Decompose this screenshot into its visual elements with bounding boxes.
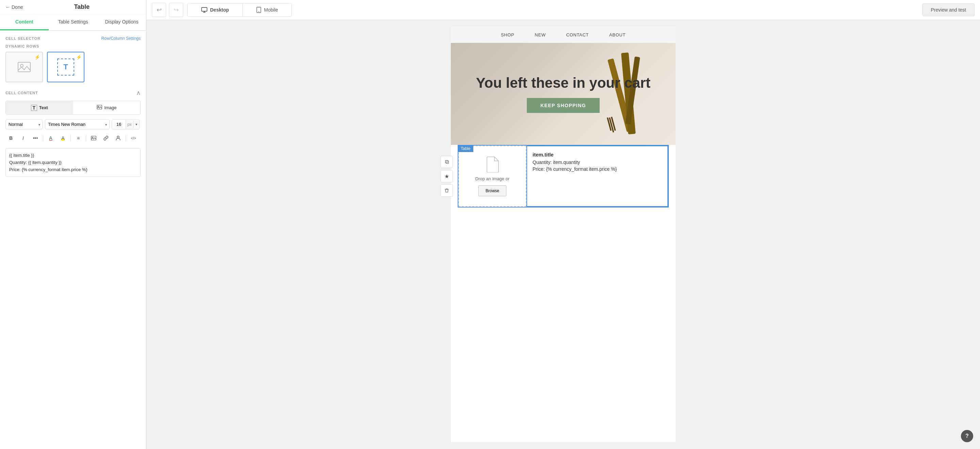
back-label: Done [11,5,23,10]
cell-content-header: CELL CONTENT ∧ [5,89,141,97]
personalization-button[interactable] [113,133,124,144]
font-style-wrapper: Normal [5,119,43,129]
font-family-wrapper: Times New Roman [45,119,110,129]
top-bar: ← Done Table [0,0,146,14]
align-button[interactable]: ≡ [73,133,84,144]
cell-content-label: CELL CONTENT [5,91,38,95]
file-placeholder-icon [485,156,499,173]
nav-item-shop: SHOP [501,32,514,37]
arrow-left-icon: ← [5,5,10,10]
highlight-button[interactable]: A [57,133,68,144]
svg-point-5 [92,137,93,138]
font-size-group: px ▾ [112,119,140,129]
code-view-button[interactable]: </> [128,133,139,144]
format-separator-2 [70,135,71,141]
bold-button[interactable]: B [5,133,16,144]
cell-selector-row: ⚡ ⚡ T [5,52,141,83]
dynamic-rows-label: DYNAMIC ROWS [5,44,141,48]
more-options-button[interactable]: ••• [30,133,41,144]
tabs-row: Content Table Settings Display Options [0,14,146,31]
svg-point-3 [98,106,99,107]
svg-point-6 [117,136,119,138]
cell-qty-template: Quantity: item.quantity [533,160,662,165]
format-toolbar: B I ••• A A ≡ [5,133,141,144]
font-size-input[interactable] [112,120,126,129]
preview-header-left: ↩ ↪ [152,3,183,17]
desktop-icon [201,7,207,13]
drop-text: Drop an image or [476,176,509,182]
lightning-icon-text: ⚡ [76,54,82,60]
nav-item-about: ABOUT [609,32,625,37]
font-toolbar: Normal Times New Roman px ▾ [5,119,141,129]
side-actions: ⧉ ★ [441,156,453,197]
help-button[interactable]: ? [961,430,973,442]
preview-and-test-button[interactable]: Preview and test [923,3,975,16]
svg-point-9 [258,11,259,12]
cell-price-template: Price: {% currency_format item.price %} [533,167,662,172]
delete-button[interactable] [441,184,453,197]
back-button[interactable]: ← Done [5,5,23,10]
svg-point-1 [21,64,23,67]
nav-item-contact: CONTACT [566,32,589,37]
browse-button[interactable]: Browse [479,186,506,196]
image-type-icon [97,105,102,111]
left-panel: ← Done Table Content Table Settings Disp… [0,0,146,449]
insert-image-button[interactable] [88,133,99,144]
font-size-arrow-button[interactable]: ▾ [133,121,139,128]
trash-icon [444,188,449,193]
svg-rect-4 [91,136,96,140]
tab-table-settings[interactable]: Table Settings [49,14,97,30]
cell-title-template: item.title [533,152,662,157]
table-text-cell: item.title Quantity: item.quantity Price… [527,146,668,207]
email-hero: You left these in your cart KEEP SHOPPIN… [451,43,676,145]
mobile-button[interactable]: Mobile [242,3,291,16]
font-style-select[interactable]: Normal [5,119,43,129]
text-color-button[interactable]: A [45,133,56,144]
desktop-button[interactable]: Desktop [188,3,242,16]
format-separator-4 [126,135,126,141]
cell-content-collapse-button[interactable]: ∧ [136,89,141,97]
email-table: Table Drop an image or Browse [458,145,669,208]
table-wrapper: ⧉ ★ Table [458,145,669,208]
table-label: Table [458,145,473,152]
panel-body: CELL SELECTOR Row/Column Settings DYNAMI… [0,31,146,449]
hero-brushes-decoration [587,50,662,145]
svg-rect-0 [18,62,30,72]
text-box-icon: T [57,59,74,76]
copy-button[interactable]: ⧉ [441,156,453,168]
hero-cta-button[interactable]: KEEP SHOPPING [527,98,600,113]
mobile-icon [256,7,261,13]
text-editor[interactable]: {{ item.title }} Quantity: {{ item.quant… [5,148,141,177]
preview-header: ↩ ↪ Desktop Mobile Preview and test [146,0,980,20]
image-placeholder-icon [18,60,31,74]
content-type-buttons: T Text Image [5,101,141,115]
table-image-cell: Drop an image or Browse [458,146,527,207]
cell-selector-label: CELL SELECTOR Row/Column Settings [5,36,141,41]
panel-title: Table [23,3,141,11]
tab-display-options[interactable]: Display Options [97,14,146,30]
font-family-select[interactable]: Times New Roman [45,119,110,129]
favorite-button[interactable]: ★ [441,170,453,182]
insert-link-button[interactable] [100,133,111,144]
right-panel: ↩ ↪ Desktop Mobile Preview and test [146,0,980,449]
table-row: Drop an image or Browse item.title Quant… [458,146,668,207]
email-nav: SHOP NEW CONTACT ABOUT [451,27,676,43]
image-type-button[interactable]: Image [73,101,141,114]
cell-card-image[interactable]: ⚡ [5,52,43,83]
nav-item-new: NEW [535,32,546,37]
undo-button[interactable]: ↩ [152,3,166,17]
cell-card-text[interactable]: ⚡ T [47,52,84,83]
font-size-unit: px [126,120,133,129]
redo-button[interactable]: ↪ [169,3,183,17]
preview-content: SHOP NEW CONTACT ABOUT [146,20,980,449]
svg-rect-7 [202,8,207,11]
text-type-button[interactable]: T Text [6,101,73,114]
italic-button[interactable]: I [18,133,29,144]
lightning-icon-image: ⚡ [34,54,40,60]
email-preview: SHOP NEW CONTACT ABOUT [451,27,676,442]
row-column-settings-link[interactable]: Row/Column Settings [102,36,141,41]
format-separator-1 [43,135,43,141]
text-type-icon: T [31,105,37,111]
hero-title: You left these in your cart [476,75,651,91]
tab-content[interactable]: Content [0,14,49,30]
